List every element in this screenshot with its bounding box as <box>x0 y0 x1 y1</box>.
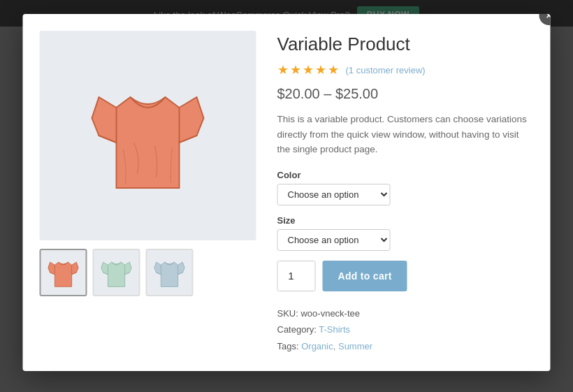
thumbnail-1[interactable] <box>40 249 87 296</box>
review-link[interactable]: (1 customer review) <box>346 65 426 75</box>
product-description: This is a variable product. Customers ca… <box>277 112 534 157</box>
category-row: Category: T-Shirts <box>277 321 534 337</box>
tag-organic[interactable]: Organic <box>301 341 333 351</box>
price-range: $20.00 – $25.00 <box>277 86 534 102</box>
modal-content: Variable Product ★★★★★ (1 customer revie… <box>23 14 551 371</box>
product-images-section <box>40 31 256 354</box>
sku-row: SKU: woo-vneck-tee <box>277 305 534 321</box>
tags-row: Tags: Organic, Summer <box>277 338 534 354</box>
add-to-cart-button[interactable]: Add to cart <box>323 261 407 291</box>
star-icons: ★★★★★ <box>277 62 340 78</box>
star-rating: ★★★★★ (1 customer review) <box>277 62 534 78</box>
tshirt-illustration <box>78 59 218 212</box>
color-variation: Color Choose an option Coral Mint Blue <box>277 170 534 205</box>
product-title: Variable Product <box>277 34 534 55</box>
sku-label: SKU: <box>277 308 298 319</box>
main-product-image <box>40 31 256 240</box>
category-label: Category: <box>277 324 317 335</box>
product-meta: SKU: woo-vneck-tee Category: T-Shirts Ta… <box>277 305 534 354</box>
quick-view-modal: × <box>23 14 551 371</box>
product-details-section: Variable Product ★★★★★ (1 customer revie… <box>277 31 534 354</box>
color-select[interactable]: Choose an option Coral Mint Blue <box>277 184 391 205</box>
size-variation: Size Choose an option Small Medium Large <box>277 215 534 251</box>
tags-label: Tags: <box>277 341 299 351</box>
add-to-cart-row: Add to cart <box>277 261 534 291</box>
color-label: Color <box>277 170 534 180</box>
thumbnail-2[interactable] <box>93 249 140 296</box>
size-select[interactable]: Choose an option Small Medium Large <box>277 229 391 251</box>
thumbnail-list <box>40 249 256 296</box>
thumbnail-3[interactable] <box>146 249 194 296</box>
category-link[interactable]: T-Shirts <box>319 324 350 335</box>
quantity-input[interactable] <box>277 261 316 291</box>
sku-value: woo-vneck-tee <box>300 308 360 319</box>
size-label: Size <box>277 215 534 226</box>
tag-summer[interactable]: Summer <box>338 341 372 351</box>
